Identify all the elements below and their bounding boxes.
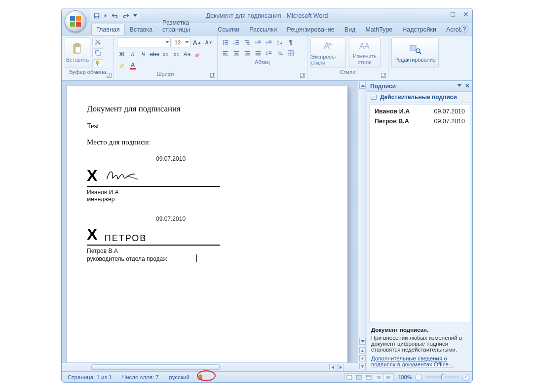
bold-button[interactable]: Ж [117,49,127,59]
change-case-button[interactable]: Aa [182,49,192,59]
signature-item[interactable]: Петров В.А 09.07.2010 [370,116,470,126]
web-view[interactable] [364,373,374,381]
browse-object-button[interactable]: ● [359,355,366,361]
paste-button[interactable]: Вставить [65,37,90,68]
vertical-scrollbar[interactable]: ▲ ● ▼ [358,81,367,371]
align-center-button[interactable] [231,48,241,58]
increase-indent-button[interactable] [264,37,274,47]
svg-rect-41 [246,53,250,54]
signature-item[interactable]: Иванов И.А 09.07.2010 [370,107,470,116]
status-page[interactable]: Страница: 1 из 1 [65,374,115,380]
save-icon[interactable] [93,12,100,19]
tab-home[interactable]: Главная [91,24,125,35]
qat-dropdown-icon[interactable] [133,14,137,17]
maximize-button[interactable]: □ [450,10,457,18]
pane-message: Документ подписан. При внесении любых из… [367,324,472,356]
clipboard-launcher[interactable] [107,73,112,78]
handwritten-signature-icon [105,165,139,185]
draft-view[interactable] [384,373,394,381]
decrease-indent-button[interactable] [253,37,263,47]
shrink-font-button[interactable]: A▼ [203,37,214,47]
format-painter-button[interactable] [92,59,103,68]
page[interactable]: Документ для подписания Test Место для п… [67,86,348,362]
tab-mathtype[interactable]: MathType [360,24,397,35]
vscroll-down[interactable] [359,338,366,345]
print-layout-view[interactable] [344,373,354,381]
zoom-slider[interactable] [425,376,459,378]
show-marks-button[interactable]: ¶ [286,37,296,47]
align-left-button[interactable] [221,48,230,58]
zoom-value[interactable]: 100% [398,374,412,380]
status-language[interactable]: русский [166,374,193,380]
signature-list: Иванов И.А 09.07.2010 Петров В.А 09.07.2… [369,104,470,323]
pane-close-button[interactable]: ✕ [465,82,470,89]
close-button[interactable]: ✕ [461,10,470,18]
styles-launcher[interactable] [381,73,386,78]
multilevel-button[interactable] [242,37,252,47]
horizontal-scrollbar[interactable] [62,362,358,371]
numbering-button[interactable]: 123 [231,37,241,47]
font-launcher[interactable] [210,73,215,78]
paragraph-launcher[interactable] [300,73,305,78]
sig2-date: 09.07.2010 [156,215,328,222]
multilevel-icon [244,39,251,46]
undo-icon[interactable] [112,12,118,19]
hscroll-right[interactable] [337,364,344,370]
clear-format-button[interactable] [193,49,203,59]
bucket-icon [276,50,283,57]
sort-button[interactable]: AZ [275,37,285,47]
font-size-combo[interactable]: 12 [172,37,190,47]
outline-view[interactable] [374,373,384,381]
signed-warning: При внесении любых изменений в документ … [371,335,468,353]
subscript-button[interactable]: x2 [160,49,170,59]
signed-ribbon-icon[interactable] [197,374,204,381]
editing-button[interactable]: Редактирование [391,37,439,68]
grow-font-button[interactable]: A▲ [191,37,202,47]
align-right-button[interactable] [242,48,252,58]
group-styles: A Экспресс-стили AA Изменить стили Стили [307,36,388,80]
font-name-combo[interactable] [117,37,171,47]
shading-button[interactable] [275,48,285,58]
pane-menu-icon[interactable] [457,84,461,87]
highlight-button[interactable] [117,60,127,70]
copy-button[interactable] [92,48,103,57]
strike-button[interactable]: abc [150,49,159,59]
tab-mailings[interactable]: Рассылки [244,24,282,35]
font-color-button[interactable]: A [128,60,138,70]
vscroll-up[interactable] [359,82,366,89]
italic-button[interactable]: К [128,49,138,59]
signatures-help-link[interactable]: Дополнительные сведения о подписях в док… [367,356,472,371]
hscroll-left[interactable] [329,364,336,370]
help-icon[interactable]: ? [460,25,468,33]
tab-references[interactable]: Ссылки [213,24,244,35]
superscript-button[interactable]: x2 [171,49,181,59]
document-canvas[interactable]: Документ для подписания Test Место для п… [62,81,358,362]
zoom-in-button[interactable]: + [462,374,469,381]
hscroll-thumb[interactable] [91,364,220,370]
prev-page-button[interactable]: ▲ [359,347,366,354]
change-styles-button[interactable]: AA Изменить стили [349,37,381,68]
quick-styles-button[interactable]: A Экспресс-стили [310,37,346,68]
status-words[interactable]: Число слов: 7 [119,374,162,380]
bullets-icon [222,39,229,46]
next-page-button[interactable]: ▼ [359,363,366,369]
tab-layout[interactable]: Разметка страницы [157,17,213,35]
fullscreen-view[interactable] [354,373,364,381]
zoom-out-button[interactable]: − [415,374,422,381]
zoom-handle[interactable] [441,374,444,380]
underline-button[interactable]: Ч [139,49,149,59]
tab-view[interactable]: Вид [340,24,361,35]
redo-icon[interactable] [122,12,129,19]
line-spacing-button[interactable] [264,48,274,58]
justify-button[interactable] [253,48,263,58]
tab-insert[interactable]: Вставка [125,24,157,35]
minimize-button[interactable]: – [438,10,445,18]
signed-status: Документ подписан. [371,327,468,333]
office-button[interactable] [65,10,86,32]
tab-review[interactable]: Рецензирование [282,24,340,35]
bullets-button[interactable] [221,37,230,47]
signature-line [87,186,220,187]
borders-button[interactable] [286,48,296,58]
tab-addins[interactable]: Надстройки [397,24,441,35]
cut-button[interactable] [92,37,103,46]
